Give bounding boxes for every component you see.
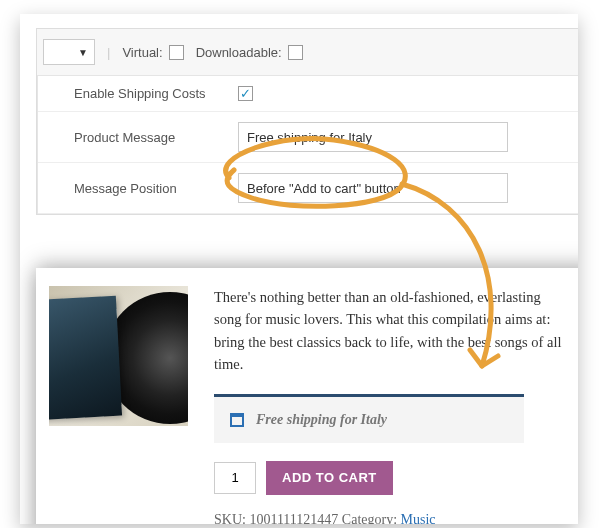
- divider: |: [107, 45, 110, 60]
- enable-shipping-row: Enable Shipping Costs: [38, 76, 578, 112]
- sku-label: SKU:: [214, 512, 246, 524]
- message-position-label: Message Position: [74, 181, 238, 196]
- downloadable-option: Downloadable:: [196, 45, 303, 60]
- virtual-checkbox[interactable]: [169, 45, 184, 60]
- album-cover-graphic: [49, 296, 122, 421]
- product-type-dropdown[interactable]: ▼: [43, 39, 95, 65]
- shipping-message-bar: Free shipping for Italy: [214, 394, 524, 443]
- virtual-option: Virtual:: [122, 45, 183, 60]
- category-label: Category:: [342, 512, 397, 524]
- product-page-preview: There's nothing better than an old-fashi…: [36, 268, 578, 524]
- message-position-row: Message Position: [38, 163, 578, 214]
- enable-shipping-checkbox[interactable]: [238, 86, 253, 101]
- quantity-input[interactable]: [214, 462, 256, 494]
- downloadable-label: Downloadable:: [196, 45, 282, 60]
- add-to-cart-button[interactable]: ADD TO CART: [266, 461, 393, 495]
- product-description: There's nothing better than an old-fashi…: [214, 286, 570, 376]
- enable-shipping-label: Enable Shipping Costs: [74, 86, 238, 101]
- product-message-input[interactable]: [238, 122, 508, 152]
- category-link[interactable]: Music: [401, 512, 436, 524]
- downloadable-checkbox[interactable]: [288, 45, 303, 60]
- product-type-row: ▼ | Virtual: Downloadable:: [37, 29, 578, 76]
- calendar-icon: [230, 413, 244, 427]
- admin-settings-panel: ▼ | Virtual: Downloadable: Enable Shippi…: [36, 28, 578, 215]
- message-position-select[interactable]: [238, 173, 508, 203]
- product-meta: SKU: 1001111121447 Category: Music: [214, 509, 570, 524]
- virtual-label: Virtual:: [122, 45, 162, 60]
- product-message-row: Product Message: [38, 112, 578, 163]
- add-to-cart-row: ADD TO CART: [214, 461, 570, 495]
- product-message-label: Product Message: [74, 130, 238, 145]
- product-image: [49, 286, 188, 426]
- sku-value: 1001111121447: [249, 512, 338, 524]
- shipping-message-text: Free shipping for Italy: [256, 409, 387, 431]
